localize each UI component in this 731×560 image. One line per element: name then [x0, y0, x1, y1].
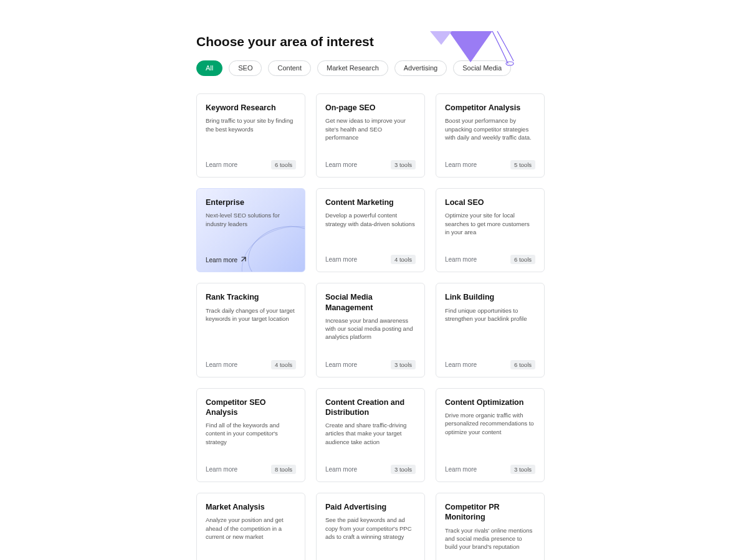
card-description: Bring traffic to your site by finding th…: [206, 116, 296, 133]
learn-more-label: Learn more: [206, 257, 237, 263]
card-footer: Learn more6 tools: [206, 146, 296, 169]
tools-count-badge: 6 tools: [510, 360, 535, 369]
learn-more-label: Learn more: [445, 256, 477, 263]
tools-count-badge: 4 tools: [391, 255, 416, 264]
filter-content[interactable]: Content: [268, 60, 311, 76]
card-footer: Learn more2 tools: [206, 556, 296, 560]
filter-all[interactable]: All: [196, 60, 222, 76]
card-title: Local SEO: [445, 197, 535, 207]
card-footer: Learn more6 tools: [445, 346, 535, 369]
learn-more-label: Learn more: [325, 361, 357, 368]
learn-more-label: Learn more: [325, 256, 357, 263]
section-title: Choose your area of interest: [196, 34, 557, 49]
card-title: Competitor SEO Analysis: [206, 397, 296, 418]
learn-more-link[interactable]: Learn more: [445, 161, 477, 168]
card-description: Boost your performance by unpacking comp…: [445, 116, 535, 141]
card-keyword-research[interactable]: Keyword ResearchBring traffic to your si…: [196, 93, 305, 178]
card-content-creation-and-distribution[interactable]: Content Creation and DistributionCreate …: [316, 388, 425, 482]
card-description: Track your rivals' online mentions and s…: [445, 526, 535, 551]
external-link-icon: [240, 257, 246, 264]
learn-more-link[interactable]: Learn more: [325, 256, 357, 263]
learn-more-label: Learn more: [206, 361, 237, 368]
learn-more-label: Learn more: [445, 361, 477, 368]
learn-more-link[interactable]: Learn more: [445, 361, 477, 368]
card-footer: Learn more3 tools: [325, 346, 416, 369]
tools-count-badge: 5 tools: [510, 160, 535, 169]
tools-count-badge: 4 tools: [271, 360, 296, 369]
card-link-building[interactable]: Link BuildingFind unique opportunities t…: [436, 283, 545, 377]
card-description: See the paid keywords and ad copy from y…: [325, 516, 416, 541]
card-footer: Learn more1 tool: [445, 556, 535, 560]
card-description: Develop a powerful content strategy with…: [325, 211, 416, 228]
card-title: Paid Advertising: [325, 502, 416, 512]
learn-more-link[interactable]: Learn more: [206, 257, 246, 264]
card-footer: Learn more8 tools: [206, 451, 296, 474]
card-title: Rank Tracking: [206, 292, 296, 302]
card-competitor-seo-analysis[interactable]: Competitor SEO AnalysisFind all of the k…: [196, 388, 305, 482]
card-footer: Learn more6 tools: [445, 241, 535, 264]
card-title: Content Creation and Distribution: [325, 397, 416, 418]
learn-more-link[interactable]: Learn more: [206, 361, 237, 368]
card-description: Analyze your position and get ahead of t…: [206, 516, 296, 541]
card-enterprise[interactable]: EnterpriseNext-level SEO solutions for i…: [196, 188, 305, 272]
card-title: On-page SEO: [325, 103, 416, 113]
card-footer: Learn more4 tools: [325, 241, 416, 264]
filter-seo[interactable]: SEO: [229, 60, 262, 76]
learn-more-link[interactable]: Learn more: [206, 161, 237, 168]
learn-more-label: Learn more: [206, 466, 237, 473]
card-on-page-seo[interactable]: On-page SEOGet new ideas to improve your…: [316, 93, 425, 178]
learn-more-link[interactable]: Learn more: [325, 161, 357, 168]
card-description: Next-level SEO solutions for industry le…: [206, 211, 296, 228]
learn-more-label: Learn more: [445, 466, 477, 473]
tools-count-badge: 6 tools: [510, 255, 535, 264]
cards-grid: Keyword ResearchBring traffic to your si…: [196, 93, 557, 560]
filter-social-media[interactable]: Social Media: [453, 60, 511, 76]
learn-more-label: Learn more: [325, 161, 357, 168]
tools-count-badge: 3 tools: [510, 465, 535, 474]
card-title: Social Media Management: [325, 292, 416, 313]
card-description: Create and share traffic-driving article…: [325, 421, 416, 446]
card-description: Increase your brand awareness with our s…: [325, 316, 416, 341]
card-description: Optimize your site for local searches to…: [445, 211, 535, 236]
learn-more-link[interactable]: Learn more: [325, 466, 357, 473]
card-paid-advertising[interactable]: Paid AdvertisingSee the paid keywords an…: [316, 493, 425, 560]
filter-advertising[interactable]: Advertising: [394, 60, 447, 76]
card-competitor-pr-monitoring[interactable]: Competitor PR MonitoringTrack your rival…: [436, 493, 545, 560]
filter-bar: AllSEOContentMarket ResearchAdvertisingS…: [196, 60, 557, 76]
card-title: Link Building: [445, 292, 535, 302]
card-content-marketing[interactable]: Content MarketingDevelop a powerful cont…: [316, 188, 425, 272]
tools-count-badge: 3 tools: [391, 465, 416, 474]
card-footer: Learn more3 tools: [445, 451, 535, 474]
card-footer: Learn more: [206, 239, 296, 264]
card-footer: Learn more4 tools: [206, 346, 296, 369]
card-rank-tracking[interactable]: Rank TrackingTrack daily changes of your…: [196, 283, 305, 377]
tools-count-badge: 8 tools: [271, 465, 296, 474]
learn-more-link[interactable]: Learn more: [206, 466, 237, 473]
card-competitor-analysis[interactable]: Competitor AnalysisBoost your performanc…: [436, 93, 545, 178]
learn-more-link[interactable]: Learn more: [325, 361, 357, 368]
card-local-seo[interactable]: Local SEOOptimize your site for local se…: [436, 188, 545, 272]
card-title: Keyword Research: [206, 103, 296, 113]
card-title: Competitor Analysis: [445, 103, 535, 113]
card-title: Content Optimization: [445, 397, 535, 407]
card-footer: Learn more5 tools: [445, 146, 535, 169]
card-footer: Learn more3 tools: [325, 146, 416, 169]
card-description: Find unique opportunities to strengthen …: [445, 306, 535, 323]
card-description: Find all of the keywords and content in …: [206, 421, 296, 446]
card-description: Drive more organic traffic with personal…: [445, 411, 535, 436]
card-title: Content Marketing: [325, 197, 416, 207]
learn-more-label: Learn more: [445, 161, 477, 168]
card-market-analysis[interactable]: Market AnalysisAnalyze your position and…: [196, 493, 305, 560]
card-title: Market Analysis: [206, 502, 296, 512]
card-content-optimization[interactable]: Content OptimizationDrive more organic t…: [436, 388, 545, 482]
tools-count-badge: 6 tools: [271, 160, 296, 169]
card-description: Track daily changes of your target keywo…: [206, 306, 296, 323]
card-social-media-management[interactable]: Social Media ManagementIncrease your bra…: [316, 283, 425, 377]
filter-market-research[interactable]: Market Research: [317, 60, 388, 76]
learn-more-link[interactable]: Learn more: [445, 466, 477, 473]
learn-more-label: Learn more: [206, 161, 237, 168]
tools-count-badge: 3 tools: [391, 360, 416, 369]
learn-more-label: Learn more: [325, 466, 357, 473]
tools-count-badge: 3 tools: [391, 160, 416, 169]
learn-more-link[interactable]: Learn more: [445, 256, 477, 263]
